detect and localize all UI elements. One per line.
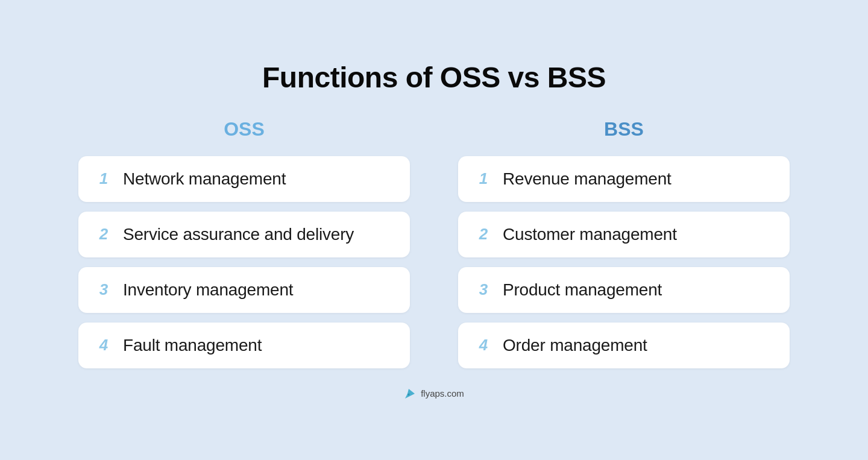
oss-item-2-number: 2 (96, 225, 111, 244)
bss-item-2: 2 Customer management (458, 212, 790, 257)
bss-item-1: 1 Revenue management (458, 156, 790, 202)
footer: flyaps.com (404, 388, 464, 400)
oss-item-1-label: Network management (123, 169, 286, 189)
oss-item-2-label: Service assurance and delivery (123, 225, 354, 244)
bss-item-3-number: 3 (476, 280, 491, 299)
oss-heading: OSS (224, 118, 265, 140)
page-title: Functions of OSS vs BSS (262, 61, 606, 94)
oss-column: OSS 1 Network management 2 Service assur… (78, 118, 410, 368)
flyaps-logo-icon (404, 388, 416, 400)
bss-column: BSS 1 Revenue management 2 Customer mana… (458, 118, 790, 368)
bss-item-4-number: 4 (476, 336, 491, 354)
oss-item-3: 3 Inventory management (78, 267, 410, 313)
bss-item-1-number: 1 (476, 169, 491, 188)
oss-item-1-number: 1 (96, 169, 111, 188)
columns-wrapper: OSS 1 Network management 2 Service assur… (78, 118, 790, 368)
bss-item-1-label: Revenue management (503, 169, 671, 189)
bss-item-4-label: Order management (503, 336, 647, 355)
oss-item-2: 2 Service assurance and delivery (78, 212, 410, 257)
oss-item-3-number: 3 (96, 280, 111, 299)
oss-item-4: 4 Fault management (78, 323, 410, 368)
bss-item-3-label: Product management (503, 280, 662, 300)
footer-website: flyaps.com (421, 388, 464, 399)
oss-item-3-label: Inventory management (123, 280, 293, 300)
page-container: Functions of OSS vs BSS OSS 1 Network ma… (42, 43, 826, 418)
bss-item-4: 4 Order management (458, 323, 790, 368)
bss-item-2-number: 2 (476, 225, 491, 244)
bss-item-2-label: Customer management (503, 225, 677, 244)
bss-item-3: 3 Product management (458, 267, 790, 313)
oss-item-4-label: Fault management (123, 336, 262, 355)
bss-heading: BSS (604, 118, 644, 140)
oss-item-1: 1 Network management (78, 156, 410, 202)
oss-item-4-number: 4 (96, 336, 111, 354)
